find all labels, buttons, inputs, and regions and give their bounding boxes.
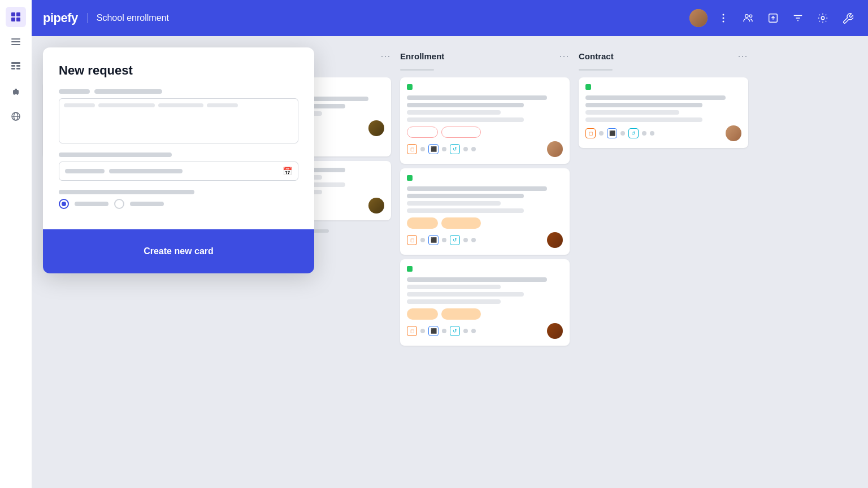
- card-icon-dot: [463, 238, 468, 242]
- svg-point-14: [14, 91, 15, 93]
- form-label-row-2: [59, 152, 298, 157]
- wrench-icon[interactable]: [839, 9, 857, 27]
- sidebar-icon-robot[interactable]: [6, 81, 26, 102]
- app-logo: pipefy: [43, 11, 78, 25]
- card-dot-green: [407, 84, 413, 90]
- form-textarea[interactable]: [59, 98, 298, 143]
- card-line: [407, 95, 547, 100]
- card-icon-dot: [463, 329, 468, 333]
- card-footer: [407, 308, 563, 320]
- svg-point-15: [16, 91, 18, 93]
- column-underline-contract: [579, 69, 613, 71]
- svg-point-28: [821, 16, 824, 19]
- board-area: School places check + ⋯ ◻ ⬛ ↺: [32, 36, 868, 488]
- card-enrollment-2[interactable]: ◻ ⬛ ↺: [400, 168, 570, 255]
- svg-rect-7: [11, 62, 20, 64]
- form-label-bar-long: [59, 152, 172, 157]
- svg-rect-6: [11, 44, 20, 45]
- card-icon-dot: [471, 329, 476, 333]
- form-group-field2: 📅: [59, 152, 298, 181]
- column-menu-enrollment[interactable]: ⋯: [558, 50, 570, 62]
- svg-point-22: [723, 18, 724, 19]
- card-line: [407, 110, 501, 115]
- card-avatar: [368, 120, 384, 136]
- card-enrollment-1[interactable]: ◻ ⬛ ↺: [400, 77, 570, 164]
- svg-rect-0: [11, 12, 15, 16]
- svg-rect-4: [11, 38, 20, 40]
- user-avatar[interactable]: [689, 9, 708, 27]
- header: pipefy School enrollment: [32, 0, 868, 36]
- card-icon-row: ◻ ⬛ ↺: [585, 125, 741, 141]
- sidebar-icon-globe[interactable]: [6, 106, 26, 127]
- card-tag-orange: [407, 308, 438, 320]
- card-tag-orange2: [441, 308, 481, 320]
- card-icon-dot: [442, 147, 446, 151]
- svg-point-21: [723, 14, 724, 16]
- svg-point-24: [745, 15, 748, 18]
- column-menu-wait[interactable]: ⋯: [380, 50, 391, 62]
- card-dot-green: [407, 175, 413, 181]
- textarea-line: [207, 103, 238, 107]
- people-icon[interactable]: [739, 9, 757, 27]
- card-enrollment-3[interactable]: ◻ ⬛ ↺: [400, 259, 570, 346]
- card-contract-1[interactable]: ◻ ⬛ ↺: [579, 77, 748, 148]
- textarea-line: [98, 103, 155, 107]
- filter-icon[interactable]: [789, 9, 807, 27]
- input-bar: [109, 169, 183, 173]
- card-icon-dot: [471, 147, 476, 151]
- column-header-enrollment: Enrollment ⋯: [400, 47, 570, 64]
- main-content: pipefy School enrollment: [32, 0, 868, 488]
- card-dot-green: [407, 266, 413, 272]
- form-group-radio: [59, 190, 298, 209]
- textarea-line: [158, 103, 203, 107]
- card-icon-orange: ◻: [407, 144, 417, 154]
- modal-body: New request: [43, 47, 314, 229]
- sidebar-icon-table[interactable]: [6, 56, 26, 77]
- svg-rect-10: [11, 68, 15, 69]
- card-line: [407, 117, 524, 122]
- card-line: [407, 292, 524, 297]
- card-footer: [407, 217, 563, 229]
- header-actions: [689, 9, 857, 27]
- form-label-bar: [94, 89, 162, 94]
- card-tag-orange2: [441, 217, 481, 229]
- card-avatar: [726, 125, 741, 141]
- card-tag-red-outline: [407, 127, 438, 138]
- card-icon-dot: [642, 131, 646, 136]
- sidebar-icon-list[interactable]: [6, 32, 26, 52]
- column-menu-contract[interactable]: ⋯: [737, 50, 748, 62]
- textarea-line: [64, 103, 95, 107]
- svg-point-23: [723, 21, 724, 23]
- card-icon-blue: ⬛: [428, 144, 439, 154]
- card-icon-row: ◻ ⬛ ↺: [407, 232, 563, 248]
- svg-rect-11: [16, 68, 20, 69]
- card-footer: [407, 127, 563, 138]
- card-avatar: [547, 323, 563, 339]
- svg-rect-16: [14, 94, 15, 95]
- export-icon[interactable]: [764, 9, 782, 27]
- card-icon-orange: ◻: [407, 235, 417, 245]
- card-icon-blue: ⬛: [428, 235, 439, 245]
- card-dot-green: [585, 84, 591, 90]
- form-date-input[interactable]: 📅: [59, 162, 298, 181]
- card-avatar: [547, 232, 563, 248]
- card-icon-cyan: ↺: [450, 235, 460, 245]
- column-contract: Contract ⋯ ◻ ⬛ ↺: [579, 47, 748, 477]
- settings-icon[interactable]: [814, 9, 832, 27]
- svg-rect-8: [11, 65, 15, 67]
- card-icon-blue: ⬛: [607, 128, 617, 138]
- svg-rect-5: [11, 41, 20, 42]
- create-new-card-button[interactable]: Create new card: [59, 238, 298, 264]
- card-line: [407, 194, 524, 198]
- radio-option-1-selected[interactable]: [59, 199, 69, 209]
- radio-option-2[interactable]: [114, 199, 124, 209]
- form-label-bar: [59, 89, 90, 94]
- card-icon-orange: ◻: [585, 128, 596, 138]
- form-label-bar-radio: [59, 190, 194, 194]
- card-line: [585, 117, 702, 122]
- card-icon-dot: [471, 238, 476, 242]
- sidebar-icon-grid[interactable]: [6, 7, 26, 27]
- svg-rect-1: [16, 12, 20, 16]
- header-more-button[interactable]: [714, 9, 732, 27]
- card-tag-orange: [407, 217, 438, 229]
